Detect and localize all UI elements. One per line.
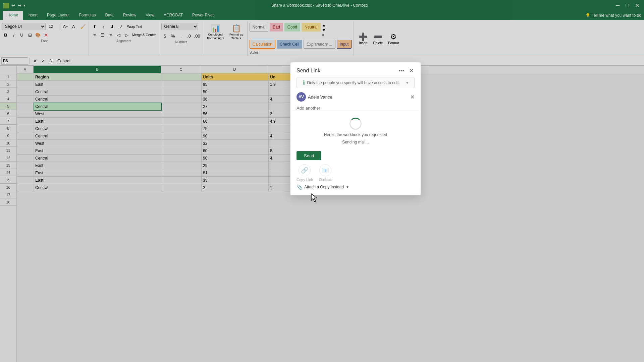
send-btn[interactable]: Send [297, 151, 321, 160]
loading-area: Here's the workbook you requested Sendin… [290, 112, 421, 150]
recipient-avatar: AV [297, 92, 306, 102]
permissions-icon: ℹ [303, 79, 305, 86]
sending-text: Sending mail... [342, 140, 369, 144]
attach-chevron-icon: ▾ [346, 185, 348, 189]
mouse-cursor [311, 193, 319, 204]
add-another-input[interactable] [290, 104, 421, 112]
dialog-header-icons: ••• ✕ [398, 67, 415, 74]
workbook-text: Here's the workbook you requested [324, 132, 387, 137]
outlook-item[interactable]: 📧 Outlook [319, 164, 332, 182]
loading-spinner [350, 118, 362, 130]
recipient-chip: AV Adele Vance ✕ [297, 92, 415, 102]
dialog-more-btn[interactable]: ••• [398, 67, 405, 74]
dialog-title: Send Link [297, 68, 320, 74]
dialog-permissions[interactable]: ℹ Only the people you specify will have … [297, 77, 415, 88]
copy-link-item[interactable]: 🔗 Copy Link [297, 164, 313, 182]
recipient-name: Adele Vance [308, 95, 408, 100]
dialog-overlay: Send Link ••• ✕ ℹ Only the people you sp… [0, 0, 644, 362]
send-link-dialog: Send Link ••• ✕ ℹ Only the people you sp… [290, 62, 421, 195]
svg-marker-0 [311, 194, 317, 202]
attach-icon: 📎 [297, 184, 302, 190]
remove-recipient-btn[interactable]: ✕ [410, 94, 415, 100]
copy-link-label: Copy Link [297, 178, 313, 182]
attach-copy-row[interactable]: 📎 Attach a Copy Instead ▾ [290, 182, 421, 190]
permissions-chevron-icon: ▾ [406, 80, 408, 85]
dialog-bottom-icons: 🔗 Copy Link 📧 Outlook [290, 160, 421, 182]
dialog-header: Send Link ••• ✕ [290, 62, 421, 77]
outlook-label: Outlook [319, 178, 332, 182]
copy-link-icon: 🔗 [299, 164, 311, 176]
dialog-close-btn[interactable]: ✕ [408, 67, 415, 74]
permissions-text: Only the people you specify will have ac… [307, 80, 404, 85]
outlook-icon: 📧 [319, 164, 331, 176]
attach-copy-text: Attach a Copy Instead [304, 185, 344, 189]
